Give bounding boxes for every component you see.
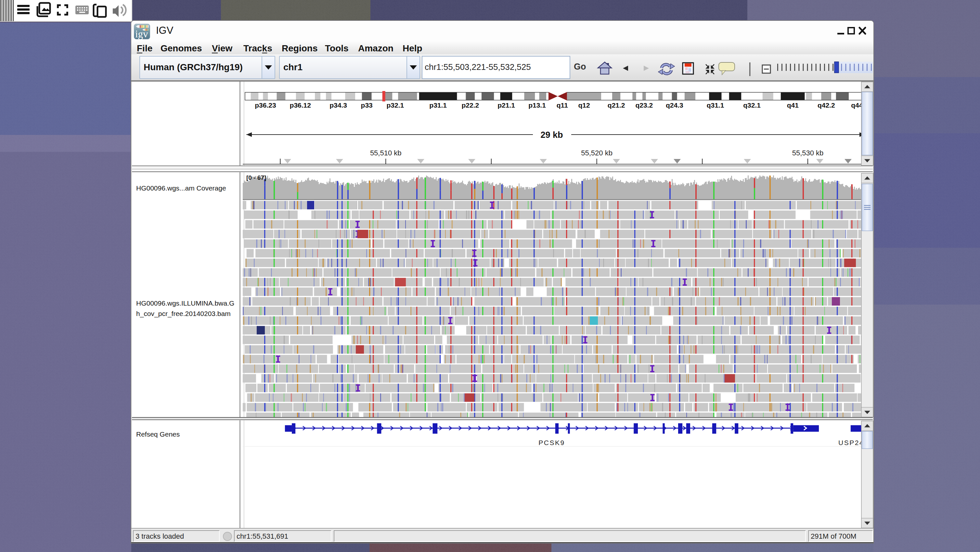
svg-text:p13.1: p13.1 bbox=[528, 101, 546, 109]
svg-text:p36.12: p36.12 bbox=[290, 101, 311, 109]
svg-text:USP24: USP24 bbox=[838, 439, 864, 446]
svg-text:q23.2: q23.2 bbox=[636, 101, 653, 109]
svg-text:q24.3: q24.3 bbox=[666, 101, 683, 109]
svg-text:p32.1: p32.1 bbox=[387, 101, 404, 109]
svg-text:q12: q12 bbox=[578, 101, 590, 109]
svg-text:55,510 kb: 55,510 kb bbox=[370, 149, 402, 157]
svg-text:p21.1: p21.1 bbox=[498, 101, 515, 109]
svg-text:q41: q41 bbox=[787, 101, 799, 109]
svg-text:p33: p33 bbox=[361, 101, 373, 109]
svg-text:HG00096.wgs.ILLUMINA.bwa.G: HG00096.wgs.ILLUMINA.bwa.G bbox=[136, 299, 234, 307]
svg-text:p31.1: p31.1 bbox=[429, 101, 447, 109]
svg-text:p34.3: p34.3 bbox=[329, 101, 347, 109]
svg-text:29 kb: 29 kb bbox=[540, 130, 563, 140]
svg-text:q11: q11 bbox=[557, 101, 568, 109]
svg-text:q32.1: q32.1 bbox=[743, 101, 760, 109]
svg-text:h_cov_pcr_free.20140203.bam: h_cov_pcr_free.20140203.bam bbox=[136, 310, 231, 317]
svg-text:p22.2: p22.2 bbox=[462, 101, 479, 109]
svg-text:[0 - 67]: [0 - 67] bbox=[246, 174, 266, 181]
svg-text:q31.1: q31.1 bbox=[707, 101, 724, 109]
svg-text:Refseq Genes: Refseq Genes bbox=[136, 431, 180, 438]
svg-text:55,520 kb: 55,520 kb bbox=[581, 149, 612, 157]
svg-text:PCSK9: PCSK9 bbox=[538, 439, 565, 446]
svg-text:p36.23: p36.23 bbox=[255, 101, 276, 109]
svg-text:55,530 kb: 55,530 kb bbox=[792, 149, 824, 157]
svg-text:q44: q44 bbox=[851, 101, 863, 109]
svg-text:q21.2: q21.2 bbox=[608, 101, 625, 109]
svg-text:q42.2: q42.2 bbox=[818, 101, 835, 109]
svg-text:HG00096.wgs...am Coverage: HG00096.wgs...am Coverage bbox=[136, 184, 226, 192]
